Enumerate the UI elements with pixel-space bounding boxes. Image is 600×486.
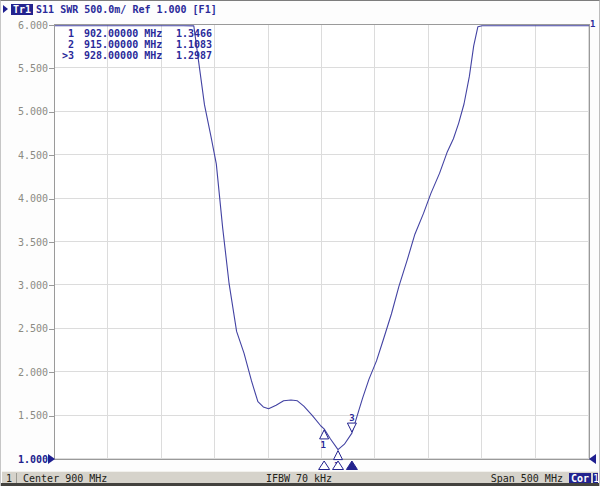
y-axis-labels: 6.0005.5005.0004.5004.0003.5003.0002.500… (1, 1, 50, 486)
y-tick-label: 2.500 (1, 323, 48, 334)
marker-cell: 1.1083 (176, 39, 212, 50)
trace1-badge[interactable]: Tr1 (11, 4, 33, 15)
ifbw-field[interactable]: IFBW 70 kHz (107, 473, 490, 484)
marker-table-row[interactable]: >3928.00000 MHz1.2987 (58, 50, 212, 61)
ref-level-indicator-right (589, 454, 596, 464)
marker-3-number: 3 (349, 413, 354, 423)
y-tick-label: 5.500 (1, 63, 48, 74)
y-tick-label: 3.000 (1, 280, 48, 291)
marker-2-glyph-icon[interactable] (334, 451, 343, 460)
center-frequency-field[interactable]: Center 900 MHz (23, 473, 107, 484)
marker-cell: 902.00000 MHz (84, 28, 164, 39)
marker-3-stimulus-icon[interactable] (346, 461, 357, 470)
y-tick-label: 6.000 (1, 20, 48, 31)
marker-1-number: 1 (320, 440, 325, 450)
marker-cell: 1 (58, 28, 74, 39)
marker-cell: 915.00000 MHz (84, 39, 164, 50)
trace-plot: 123 (55, 25, 589, 471)
marker-table-row[interactable]: 2915.00000 MHz1.1083 (58, 39, 212, 50)
y-tick-label: 2.000 (1, 367, 48, 378)
ref-level-indicator-left (48, 454, 55, 464)
marker-cell: 2 (58, 39, 74, 50)
y-tick-label: 3.500 (1, 237, 48, 248)
trace-settings-title[interactable]: S11 SWR 500.0m/ Ref 1.000 [F1] (36, 4, 217, 15)
correction-status-badge: Cor (569, 473, 591, 484)
span-field[interactable]: Span 500 MHz (491, 473, 563, 484)
marker-cell: 1.3466 (176, 28, 212, 39)
y-tick-label: 1.500 (1, 410, 48, 421)
y-tick-label: 1.000 (1, 454, 48, 465)
swr-trace (55, 26, 589, 450)
vna-screen: Tr1 S11 SWR 500.0m/ Ref 1.000 [F1] 6.000… (0, 0, 600, 486)
clipped-edge-indicator: 1 (593, 473, 598, 484)
active-trace-pointer-icon (3, 5, 8, 13)
marker-cell: >3 (58, 50, 74, 61)
marker-cell: 928.00000 MHz (84, 50, 164, 61)
channel-number: 1 (6, 473, 12, 484)
status-separator (16, 473, 17, 484)
marker-1-stimulus-icon[interactable] (319, 461, 330, 470)
marker-table-row[interactable]: 1902.00000 MHz1.3466 (58, 28, 212, 39)
marker-table: 1902.00000 MHz1.34662915.00000 MHz1.1083… (58, 28, 212, 61)
marker-3-glyph-icon[interactable] (347, 423, 356, 432)
y-tick-label: 4.500 (1, 150, 48, 161)
y-tick-label: 4.000 (1, 193, 48, 204)
trace-header: Tr1 S11 SWR 500.0m/ Ref 1.000 [F1] (3, 3, 217, 15)
y-tick-label: 5.000 (1, 106, 48, 117)
trace-number-label: 1 (590, 19, 595, 29)
marker-cell: 1.2987 (176, 50, 212, 61)
